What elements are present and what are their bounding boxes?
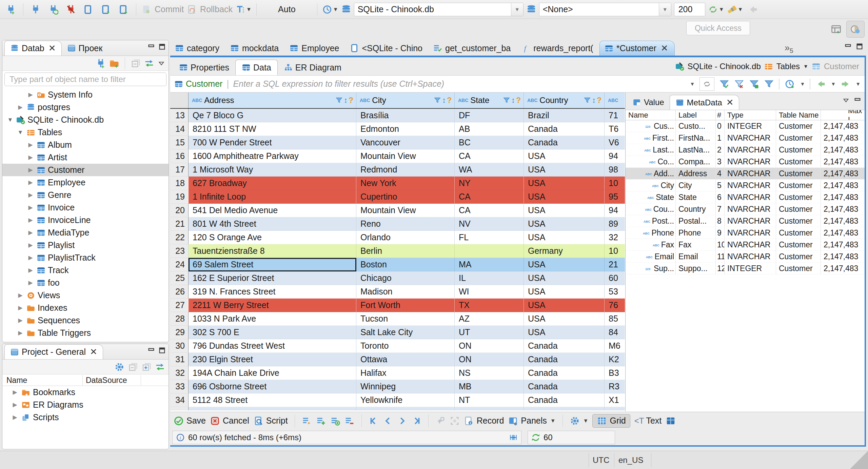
row-number-cell[interactable]: 28 xyxy=(170,312,189,326)
add-row-icon[interactable] xyxy=(316,416,326,426)
tree-expander-icon[interactable] xyxy=(27,217,34,224)
reconnect-button[interactable] xyxy=(46,2,61,17)
row-number-cell[interactable] xyxy=(170,407,189,410)
city-cell[interactable]: Edmonton xyxy=(356,122,455,136)
tree-expander-icon[interactable] xyxy=(11,414,19,421)
tree-item[interactable]: Tables xyxy=(2,126,169,139)
tree-item[interactable]: foo xyxy=(2,277,169,289)
breadcrumb-entity[interactable]: Customer xyxy=(824,62,859,71)
tree-expander-icon[interactable] xyxy=(17,129,24,136)
city-cell[interactable]: Mountain View xyxy=(356,149,455,163)
country-cell[interactable]: Canada xyxy=(524,122,605,136)
address-cell[interactable]: 1 Microsoft Way xyxy=(189,163,356,177)
editor-tab[interactable]: Employee xyxy=(285,41,345,56)
metadata-row[interactable]: ABC First... FirstNa... 1 NVARCHAR Custo… xyxy=(626,132,865,144)
postalcode-cell[interactable]: M6 xyxy=(605,339,625,353)
tree-expander-icon[interactable] xyxy=(17,292,24,299)
project-item[interactable]: ★ Bookmarks xyxy=(2,386,169,399)
close-icon[interactable]: ✕ xyxy=(48,43,56,54)
country-cell[interactable]: Canada xyxy=(524,366,605,380)
metadata-row[interactable]: ABC Phone Phone 9 NVARCHAR Customer 2,14… xyxy=(626,227,865,239)
row-number-cell[interactable]: 34 xyxy=(170,393,189,407)
apply-filter-icon[interactable] xyxy=(719,79,729,89)
metadata-row[interactable]: ABC Co... Compa... 3 NVARCHAR Customer 2… xyxy=(626,156,865,168)
tree-item[interactable]: Data Types xyxy=(2,339,169,342)
country-cell[interactable]: USA xyxy=(524,217,605,231)
delete-row-icon[interactable] xyxy=(344,416,355,426)
row-number-cell[interactable]: 13 xyxy=(170,109,189,122)
tree-expander-icon[interactable] xyxy=(11,389,19,396)
city-cell[interactable]: Redmond xyxy=(356,163,455,177)
postalcode-cell[interactable]: B3 xyxy=(605,366,625,380)
grid-row[interactable]: 32 194A Chain Lake Drive Halifax NS Cana… xyxy=(170,366,625,380)
metadata-row[interactable]: 123 Sup... Suppo... 12 INTEGER Customer … xyxy=(626,263,865,274)
row-number-cell[interactable]: 18 xyxy=(170,177,189,190)
panels-button[interactable]: Panels ▼ xyxy=(508,416,555,426)
state-cell[interactable]: FL xyxy=(455,231,524,244)
filter-funnel-icon[interactable] xyxy=(434,97,441,104)
maximize-icon[interactable] xyxy=(856,43,863,50)
rollback-button[interactable]: Rollback xyxy=(186,2,233,17)
grid-row[interactable]: 30 796 Dundas Street West Toronto ON Can… xyxy=(170,339,625,353)
connection-combo[interactable]: SQLite - Chinook.db ▼ xyxy=(354,3,524,16)
address-cell[interactable]: 541 Del Medio Avenue xyxy=(189,204,356,217)
postalcode-cell[interactable]: V6 xyxy=(605,136,625,149)
row-number-cell[interactable]: 17 xyxy=(170,163,189,177)
project-item[interactable]: Scripts xyxy=(2,411,169,424)
view-menu-icon[interactable] xyxy=(158,60,165,67)
fetch-size-input[interactable]: 200 xyxy=(674,3,705,16)
editor-subtab[interactable]: Data xyxy=(235,60,278,75)
meta-col-label[interactable]: Label xyxy=(678,111,697,120)
row-number-cell[interactable]: 24 xyxy=(170,258,189,271)
tree-item[interactable]: Album xyxy=(2,139,169,151)
search-metadata-button[interactable]: ▼ xyxy=(727,2,743,17)
country-cell[interactable]: Canada xyxy=(524,339,605,353)
country-cell[interactable]: USA xyxy=(524,326,605,339)
country-cell[interactable] xyxy=(524,407,605,410)
chevron-down-icon[interactable]: ▼ xyxy=(831,81,836,87)
grid-row[interactable]: 33 696 Osborne Street Winnipeg MB Canada… xyxy=(170,380,625,393)
tree-expander-icon[interactable] xyxy=(27,191,34,199)
postalcode-cell[interactable]: 71 xyxy=(605,109,625,122)
new-connection-button[interactable]: + xyxy=(3,2,18,17)
state-cell[interactable]: IL xyxy=(455,271,524,285)
collapse-all-icon[interactable] xyxy=(128,362,138,372)
state-cell[interactable]: DF xyxy=(455,109,524,122)
fetch-previous-icon[interactable] xyxy=(816,79,826,89)
tree-item[interactable]: SQLite - Chinook.db xyxy=(2,114,169,126)
minimize-icon[interactable] xyxy=(844,43,852,50)
city-cell[interactable]: Madison xyxy=(356,285,455,299)
sort-icon[interactable]: ↕ xyxy=(344,96,348,105)
open-sql-editor-button[interactable] xyxy=(99,2,114,17)
next-row-icon[interactable] xyxy=(397,416,407,426)
tree-expander-icon[interactable] xyxy=(6,117,14,123)
maximize-icon[interactable] xyxy=(158,347,166,354)
dbeaver-perspective-button[interactable] xyxy=(846,21,865,38)
address-cell[interactable]: 696 Osborne Street xyxy=(189,380,356,393)
minimize-icon[interactable] xyxy=(854,97,861,104)
meta-col-table[interactable]: Table Name xyxy=(779,111,818,120)
state-cell[interactable]: BC xyxy=(455,136,524,149)
postalcode-cell[interactable]: 10 xyxy=(605,244,625,258)
new-folder-icon[interactable]: + xyxy=(109,58,119,68)
address-cell[interactable]: 5112 48 Street xyxy=(189,393,356,407)
grid-column-header[interactable]: ABC Country ↕ ? xyxy=(524,93,605,108)
filter-input[interactable]: Enter a SQL expression to filter results… xyxy=(233,79,444,89)
meta-col-name[interactable]: Name xyxy=(628,111,648,120)
state-cell[interactable] xyxy=(455,244,524,258)
grid-row[interactable]: 14 8210 111 ST NW Edmonton AB Canada T6 xyxy=(170,122,625,136)
postalcode-cell[interactable]: 89 xyxy=(605,217,625,231)
country-cell[interactable]: USA xyxy=(524,190,605,204)
open-perspective-button[interactable]: + xyxy=(829,22,844,37)
grid-row[interactable]: 29 302 S 700 E Salt Lake City UT USA 84 xyxy=(170,326,625,339)
tree-item[interactable]: Playlist xyxy=(2,239,169,251)
address-cell[interactable]: 69 Salem Street xyxy=(189,258,356,271)
city-cell[interactable]: Toronto xyxy=(356,339,455,353)
state-cell[interactable]: MB xyxy=(455,380,524,393)
state-cell[interactable]: ON xyxy=(455,353,524,366)
address-cell[interactable]: 230 Elgin Street xyxy=(189,353,356,366)
row-number-cell[interactable]: 20 xyxy=(170,204,189,217)
metadata-row[interactable]: ABC Post... Postal... 8 NVARCHAR Custome… xyxy=(626,215,865,227)
remove-filter-icon[interactable] xyxy=(734,79,744,89)
grid-row[interactable]: 17 1 Microsoft Way Redmond WA USA 98 xyxy=(170,163,625,177)
